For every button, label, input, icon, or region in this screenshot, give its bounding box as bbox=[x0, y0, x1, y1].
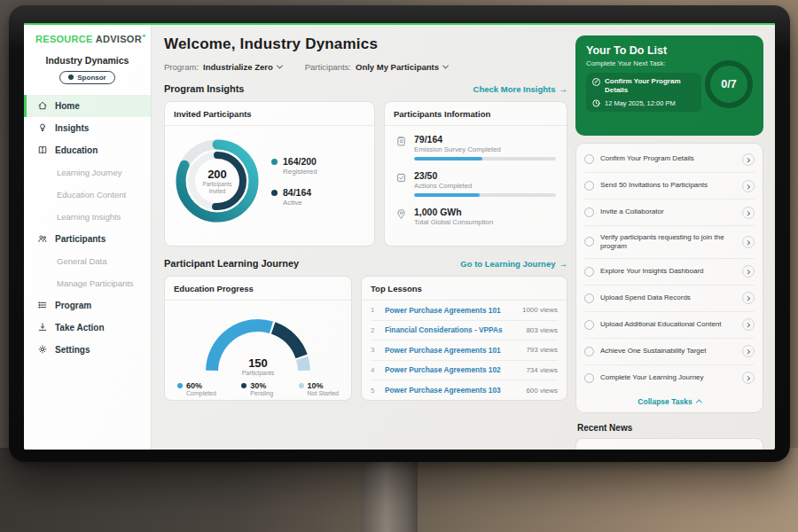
todo-panel: Your To Do List Complete Your Next Task:… bbox=[575, 23, 763, 450]
legend-dot-pending bbox=[241, 383, 246, 388]
lesson-row: 5 Power Purchase Agreements 103 600 view… bbox=[371, 380, 558, 401]
task-checkbox[interactable] bbox=[584, 267, 594, 277]
sidebar-item-general-data[interactable]: General Data bbox=[24, 250, 151, 272]
task-label: Invite a Collaborator bbox=[600, 207, 736, 216]
legend-registered: 164/200 Registered bbox=[271, 156, 317, 176]
chevron-down-icon bbox=[442, 63, 449, 69]
task-checkbox[interactable] bbox=[584, 320, 594, 330]
legend-value: 10% bbox=[308, 381, 339, 390]
task-row[interactable]: Upload Spend Data Records bbox=[584, 286, 755, 312]
lesson-views: 600 views bbox=[526, 387, 558, 395]
card-title: Top Lessons bbox=[362, 277, 567, 301]
main-content: Welcome, Industry Dynamics Program: Indu… bbox=[152, 23, 575, 450]
task-open-button[interactable] bbox=[742, 372, 755, 384]
sidebar-item-manage-participants[interactable]: Manage Participants bbox=[24, 272, 151, 294]
task-row[interactable]: Send 50 Invitations to Participants bbox=[584, 173, 755, 200]
task-label: Explore Your Insights Dashboard bbox=[600, 267, 736, 276]
collapse-tasks-button[interactable]: Collapse Tasks bbox=[584, 391, 755, 412]
sidebar-item-home[interactable]: Home bbox=[24, 95, 151, 117]
lesson-title-link[interactable]: Power Purchase Agreements 103 bbox=[385, 386, 519, 395]
next-task-box: ✓ Confirm Your Program Details 12 May 20… bbox=[586, 73, 701, 112]
sidebar-item-settings[interactable]: Settings bbox=[24, 339, 151, 361]
card-title: Participants Information bbox=[385, 102, 567, 126]
card-title: Invited Participants bbox=[165, 102, 374, 126]
chevron-right-icon bbox=[745, 296, 750, 301]
task-open-button[interactable] bbox=[742, 207, 755, 219]
participants-filter-dropdown[interactable]: Participants: Only My Participants bbox=[305, 62, 448, 72]
sponsor-badge: Sponsor bbox=[59, 71, 114, 84]
sidebar-item-label: Learning Insights bbox=[57, 212, 121, 222]
lesson-title-link[interactable]: Power Purchase Agreements 102 bbox=[385, 365, 519, 374]
task-open-button[interactable] bbox=[742, 236, 755, 248]
chevron-right-icon bbox=[745, 376, 750, 381]
sidebar-item-label: Insights bbox=[55, 123, 89, 133]
task-checkbox[interactable] bbox=[584, 207, 594, 217]
legend-dot-active bbox=[271, 190, 278, 196]
program-filter-dropdown[interactable]: Program: Industrialize Zero bbox=[164, 62, 282, 72]
top-lessons-card: Top Lessons 1 Power Purchase Agreements … bbox=[361, 276, 567, 401]
legend-dot-registered bbox=[271, 159, 278, 165]
task-checkbox[interactable] bbox=[584, 237, 594, 246]
take-action-icon bbox=[37, 322, 48, 332]
sidebar-item-insights[interactable]: Insights bbox=[24, 117, 151, 139]
check-more-insights-link[interactable]: Check More Insights → bbox=[473, 84, 567, 94]
sidebar-item-label: Program bbox=[55, 301, 91, 310]
task-row[interactable]: Complete Your Learning Journey bbox=[584, 365, 755, 391]
sidebar-item-learning-journey[interactable]: Learning Journey bbox=[24, 161, 151, 184]
chevron-right-icon bbox=[745, 210, 750, 215]
legend-completed: 60% Completed bbox=[177, 381, 216, 396]
chevron-right-icon bbox=[745, 349, 750, 355]
todo-title: Your To Do List bbox=[586, 44, 753, 57]
task-checkbox[interactable] bbox=[584, 347, 594, 356]
task-open-button[interactable] bbox=[742, 345, 755, 357]
task-row[interactable]: Upload Additional Educational Content bbox=[584, 312, 755, 339]
logo-advisor: ADVISOR bbox=[96, 34, 142, 44]
task-row[interactable]: Explore Your Insights Dashboard bbox=[584, 259, 755, 286]
sidebar-item-education-content[interactable]: Education Content bbox=[24, 184, 151, 206]
sidebar-item-program[interactable]: Program bbox=[24, 294, 151, 317]
monitor-stand bbox=[361, 460, 418, 532]
sidebar-item-label: Settings bbox=[55, 345, 90, 355]
sponsor-badge-label: Sponsor bbox=[77, 74, 106, 82]
next-task-due: 12 May 2025, 12:00 PM bbox=[605, 99, 676, 107]
sidebar-item-label: Manage Participants bbox=[57, 278, 134, 288]
sidebar-item-label: Education bbox=[55, 145, 98, 155]
education-progress-gauge: 150 Participants bbox=[192, 305, 325, 376]
lesson-row: 1 Power Purchase Agreements 101 1000 vie… bbox=[371, 301, 558, 321]
task-row[interactable]: Verify participants requesting to join t… bbox=[584, 226, 755, 259]
gauge-center-value: 150 bbox=[192, 356, 325, 370]
task-label: Complete Your Learning Journey bbox=[600, 373, 736, 382]
task-checkbox[interactable] bbox=[584, 373, 594, 383]
chevron-right-icon bbox=[745, 184, 750, 189]
task-open-button[interactable] bbox=[742, 265, 755, 278]
lesson-views: 803 views bbox=[526, 326, 558, 334]
sidebar-item-learning-insights[interactable]: Learning Insights bbox=[24, 206, 151, 228]
task-checkbox[interactable] bbox=[584, 181, 594, 191]
task-open-button[interactable] bbox=[742, 153, 755, 166]
lesson-title-link[interactable]: Power Purchase Agreements 101 bbox=[385, 306, 515, 315]
check-square-icon bbox=[395, 172, 407, 184]
task-row[interactable]: Invite a Collaborator bbox=[584, 200, 755, 226]
lesson-row: 4 Power Purchase Agreements 102 734 view… bbox=[371, 361, 558, 381]
sponsor-icon bbox=[68, 74, 74, 80]
chevron-right-icon bbox=[745, 240, 750, 246]
task-checkbox[interactable] bbox=[584, 293, 594, 303]
sidebar-item-education[interactable]: Education bbox=[24, 139, 151, 161]
task-open-button[interactable] bbox=[742, 180, 755, 192]
insights-icon bbox=[37, 122, 48, 133]
sidebar-item-participants[interactable]: Participants bbox=[24, 228, 151, 250]
todo-progress-ring: 0/7 bbox=[703, 59, 755, 110]
task-checkbox[interactable] bbox=[584, 154, 594, 164]
lesson-title-link[interactable]: Financial Considerations - VPPAs bbox=[385, 325, 519, 334]
task-open-button[interactable] bbox=[742, 318, 755, 331]
task-row[interactable]: Achieve One Sustainability Target bbox=[584, 339, 755, 365]
task-open-button[interactable] bbox=[742, 292, 755, 304]
sidebar-item-label: Participants bbox=[55, 234, 106, 244]
recent-news-card bbox=[575, 438, 763, 450]
insights-cards-row: Invited Participants bbox=[164, 101, 567, 246]
sidebar-item-take-action[interactable]: Take Action bbox=[24, 317, 151, 339]
go-to-learning-journey-link[interactable]: Go to Learning Journey → bbox=[460, 259, 567, 269]
gear-icon bbox=[37, 344, 48, 355]
task-row[interactable]: Confirm Your Program Details bbox=[584, 146, 755, 173]
lesson-title-link[interactable]: Power Purchase Agreements 101 bbox=[385, 346, 519, 355]
